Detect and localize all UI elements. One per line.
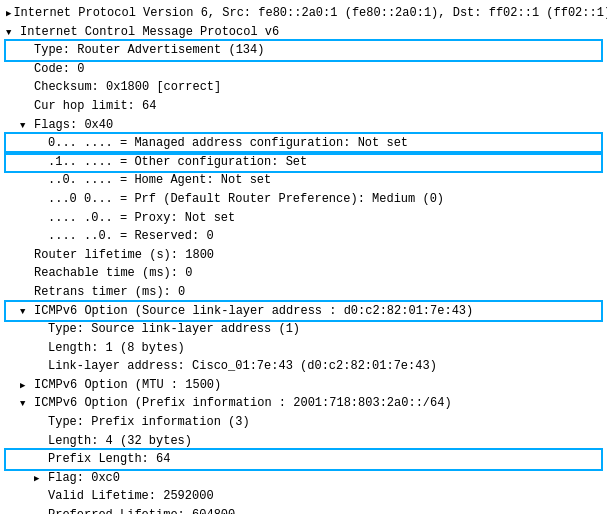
tree-line-line19: Length: 1 (8 bytes)	[6, 339, 601, 358]
line-text-line20: Link-layer address: Cisco_01:7e:43 (d0:c…	[48, 357, 437, 376]
collapse-arrow-line26[interactable]	[34, 469, 46, 488]
tree-line-line26[interactable]: Flag: 0xc0	[6, 469, 601, 488]
line-text-line22: ICMPv6 Option (Prefix information : 2001…	[34, 394, 452, 413]
tree-line-line14: Router lifetime (s): 1800	[6, 246, 601, 265]
tree-line-line16: Retrans timer (ms): 0	[6, 283, 601, 302]
line-text-line10: ..0. .... = Home Agent: Not set	[48, 171, 271, 190]
tree-line-line22[interactable]: ICMPv6 Option (Prefix information : 2001…	[6, 394, 601, 413]
line-text-line14: Router lifetime (s): 1800	[34, 246, 214, 265]
line-text-line17: ICMPv6 Option (Source link-layer address…	[34, 302, 473, 321]
tree-line-line24: Length: 4 (32 bytes)	[6, 432, 601, 451]
packet-tree: Internet Protocol Version 6, Src: fe80::…	[0, 0, 607, 514]
tree-line-line2[interactable]: Internet Control Message Protocol v6	[6, 23, 601, 42]
line-text-line9: .1.. .... = Other configuration: Set	[48, 153, 307, 172]
line-text-line23: Type: Prefix information (3)	[48, 413, 250, 432]
tree-line-line28: Preferred Lifetime: 604800	[6, 506, 601, 514]
line-text-line27: Valid Lifetime: 2592000	[48, 487, 214, 506]
tree-line-line3: Type: Router Advertisement (134)	[6, 41, 601, 60]
line-text-line18: Type: Source link-layer address (1)	[48, 320, 300, 339]
line-text-line3: Type: Router Advertisement (134)	[34, 41, 264, 60]
tree-line-line20: Link-layer address: Cisco_01:7e:43 (d0:c…	[6, 357, 601, 376]
line-text-line1: Internet Protocol Version 6, Src: fe80::…	[13, 4, 607, 23]
line-text-line21: ICMPv6 Option (MTU : 1500)	[34, 376, 221, 395]
line-text-line16: Retrans timer (ms): 0	[34, 283, 185, 302]
line-text-line8: 0... .... = Managed address configuratio…	[48, 134, 408, 153]
tree-line-line5: Checksum: 0x1800 [correct]	[6, 78, 601, 97]
line-text-line26: Flag: 0xc0	[48, 469, 120, 488]
tree-line-line6: Cur hop limit: 64	[6, 97, 601, 116]
expand-arrow-line7[interactable]	[20, 116, 32, 135]
tree-line-line9: .1.. .... = Other configuration: Set	[6, 153, 601, 172]
tree-line-line10: ..0. .... = Home Agent: Not set	[6, 171, 601, 190]
line-text-line25: Prefix Length: 64	[48, 450, 170, 469]
expand-arrow-line2[interactable]	[6, 23, 18, 42]
tree-line-line27: Valid Lifetime: 2592000	[6, 487, 601, 506]
expand-arrow-line17[interactable]	[20, 302, 32, 321]
tree-line-line12: .... .0.. = Proxy: Not set	[6, 209, 601, 228]
expand-arrow-line22[interactable]	[20, 394, 32, 413]
tree-line-line4: Code: 0	[6, 60, 601, 79]
line-text-line6: Cur hop limit: 64	[34, 97, 156, 116]
tree-line-line13: .... ..0. = Reserved: 0	[6, 227, 601, 246]
line-text-line19: Length: 1 (8 bytes)	[48, 339, 185, 358]
collapse-arrow-line1[interactable]	[6, 4, 11, 23]
tree-line-line11: ...0 0... = Prf (Default Router Preferen…	[6, 190, 601, 209]
tree-line-line15: Reachable time (ms): 0	[6, 264, 601, 283]
line-text-line11: ...0 0... = Prf (Default Router Preferen…	[48, 190, 444, 209]
line-text-line4: Code: 0	[34, 60, 84, 79]
line-text-line15: Reachable time (ms): 0	[34, 264, 192, 283]
line-text-line28: Preferred Lifetime: 604800	[48, 506, 235, 514]
line-text-line5: Checksum: 0x1800 [correct]	[34, 78, 221, 97]
tree-line-line7[interactable]: Flags: 0x40	[6, 116, 601, 135]
line-text-line13: .... ..0. = Reserved: 0	[48, 227, 214, 246]
tree-line-line18: Type: Source link-layer address (1)	[6, 320, 601, 339]
tree-line-line25: Prefix Length: 64	[6, 450, 601, 469]
tree-line-line23: Type: Prefix information (3)	[6, 413, 601, 432]
tree-line-line17[interactable]: ICMPv6 Option (Source link-layer address…	[6, 302, 601, 321]
line-text-line7: Flags: 0x40	[34, 116, 113, 135]
tree-line-line21[interactable]: ICMPv6 Option (MTU : 1500)	[6, 376, 601, 395]
collapse-arrow-line21[interactable]	[20, 376, 32, 395]
tree-line-line8: 0... .... = Managed address configuratio…	[6, 134, 601, 153]
line-text-line24: Length: 4 (32 bytes)	[48, 432, 192, 451]
line-text-line2: Internet Control Message Protocol v6	[20, 23, 279, 42]
tree-line-line1[interactable]: Internet Protocol Version 6, Src: fe80::…	[6, 4, 601, 23]
line-text-line12: .... .0.. = Proxy: Not set	[48, 209, 235, 228]
